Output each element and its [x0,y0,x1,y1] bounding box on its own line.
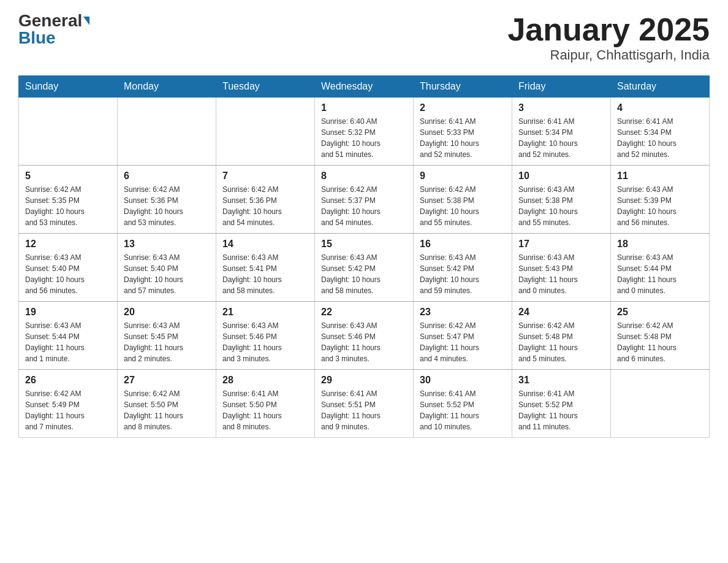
day-number: 10 [518,170,604,182]
day-cell: 26Sunrise: 6:42 AM Sunset: 5:49 PM Dayli… [19,370,118,438]
day-cell: 29Sunrise: 6:41 AM Sunset: 5:51 PM Dayli… [315,370,414,438]
day-cell: 18Sunrise: 6:43 AM Sunset: 5:44 PM Dayli… [611,234,710,302]
title-block: January 2025 Raipur, Chhattisgarh, India [507,12,710,63]
page-header: General Blue January 2025 Raipur, Chhatt… [18,12,710,63]
day-info: Sunrise: 6:41 AM Sunset: 5:33 PM Dayligh… [420,116,506,160]
day-info: Sunrise: 6:41 AM Sunset: 5:34 PM Dayligh… [617,116,703,160]
day-number: 7 [222,170,308,182]
day-cell [216,98,315,166]
day-cell: 19Sunrise: 6:43 AM Sunset: 5:44 PM Dayli… [19,302,118,370]
day-number: 30 [420,375,506,386]
day-cell: 15Sunrise: 6:43 AM Sunset: 5:42 PM Dayli… [315,234,414,302]
day-cell: 27Sunrise: 6:42 AM Sunset: 5:50 PM Dayli… [118,370,216,438]
day-info: Sunrise: 6:43 AM Sunset: 5:42 PM Dayligh… [420,252,506,296]
day-number: 18 [617,239,703,250]
logo-general-text: General [18,12,82,29]
day-cell [118,98,216,166]
day-cell: 14Sunrise: 6:43 AM Sunset: 5:41 PM Dayli… [216,234,315,302]
day-cell [611,370,710,438]
day-number: 12 [25,239,111,250]
day-number: 16 [420,239,506,250]
day-number: 3 [518,102,604,113]
day-info: Sunrise: 6:42 AM Sunset: 5:48 PM Dayligh… [518,320,604,364]
day-cell: 17Sunrise: 6:43 AM Sunset: 5:43 PM Dayli… [512,234,611,302]
day-cell: 8Sunrise: 6:42 AM Sunset: 5:37 PM Daylig… [315,166,414,234]
day-cell: 28Sunrise: 6:41 AM Sunset: 5:50 PM Dayli… [216,370,315,438]
day-info: Sunrise: 6:41 AM Sunset: 5:51 PM Dayligh… [321,388,407,432]
day-cell: 25Sunrise: 6:42 AM Sunset: 5:48 PM Dayli… [611,302,710,370]
day-info: Sunrise: 6:42 AM Sunset: 5:47 PM Dayligh… [420,320,506,364]
week-row-3: 12Sunrise: 6:43 AM Sunset: 5:40 PM Dayli… [19,234,710,302]
day-cell [19,98,118,166]
day-cell: 16Sunrise: 6:43 AM Sunset: 5:42 PM Dayli… [414,234,512,302]
day-number: 29 [321,375,407,386]
day-number: 4 [617,102,703,113]
day-info: Sunrise: 6:43 AM Sunset: 5:41 PM Dayligh… [222,252,308,296]
day-info: Sunrise: 6:40 AM Sunset: 5:32 PM Dayligh… [321,116,407,160]
week-row-1: 1Sunrise: 6:40 AM Sunset: 5:32 PM Daylig… [19,98,710,166]
weekday-header-sunday: Sunday [19,76,118,98]
day-info: Sunrise: 6:42 AM Sunset: 5:36 PM Dayligh… [222,184,308,228]
logo: General Blue [18,12,89,47]
weekday-header-friday: Friday [512,76,611,98]
day-number: 5 [25,170,111,182]
day-info: Sunrise: 6:42 AM Sunset: 5:35 PM Dayligh… [25,184,111,228]
day-info: Sunrise: 6:41 AM Sunset: 5:50 PM Dayligh… [222,388,308,432]
day-info: Sunrise: 6:43 AM Sunset: 5:44 PM Dayligh… [617,252,703,296]
day-cell: 22Sunrise: 6:43 AM Sunset: 5:46 PM Dayli… [315,302,414,370]
day-cell: 20Sunrise: 6:43 AM Sunset: 5:45 PM Dayli… [118,302,216,370]
day-number: 15 [321,239,407,250]
day-number: 1 [321,102,407,113]
weekday-header-saturday: Saturday [611,76,710,98]
day-number: 24 [518,307,604,318]
day-info: Sunrise: 6:42 AM Sunset: 5:37 PM Dayligh… [321,184,407,228]
day-cell: 13Sunrise: 6:43 AM Sunset: 5:40 PM Dayli… [118,234,216,302]
day-number: 23 [420,307,506,318]
day-number: 20 [124,307,210,318]
day-number: 31 [518,375,604,386]
logo-triangle-icon [83,17,89,25]
calendar-title: January 2025 [507,12,710,47]
day-info: Sunrise: 6:43 AM Sunset: 5:40 PM Dayligh… [124,252,210,296]
day-info: Sunrise: 6:42 AM Sunset: 5:50 PM Dayligh… [124,388,210,432]
day-info: Sunrise: 6:43 AM Sunset: 5:45 PM Dayligh… [124,320,210,364]
day-cell: 11Sunrise: 6:43 AM Sunset: 5:39 PM Dayli… [611,166,710,234]
day-number: 9 [420,170,506,182]
day-number: 14 [222,239,308,250]
day-cell: 4Sunrise: 6:41 AM Sunset: 5:34 PM Daylig… [611,98,710,166]
day-number: 28 [222,375,308,386]
calendar-table: SundayMondayTuesdayWednesdayThursdayFrid… [18,75,710,438]
day-info: Sunrise: 6:43 AM Sunset: 5:43 PM Dayligh… [518,252,604,296]
day-info: Sunrise: 6:43 AM Sunset: 5:44 PM Dayligh… [25,320,111,364]
day-cell: 9Sunrise: 6:42 AM Sunset: 5:38 PM Daylig… [414,166,512,234]
weekday-header-tuesday: Tuesday [216,76,315,98]
day-cell: 24Sunrise: 6:42 AM Sunset: 5:48 PM Dayli… [512,302,611,370]
day-info: Sunrise: 6:41 AM Sunset: 5:52 PM Dayligh… [518,388,604,432]
day-cell: 30Sunrise: 6:41 AM Sunset: 5:52 PM Dayli… [414,370,512,438]
day-number: 22 [321,307,407,318]
weekday-header-wednesday: Wednesday [315,76,414,98]
week-row-5: 26Sunrise: 6:42 AM Sunset: 5:49 PM Dayli… [19,370,710,438]
day-cell: 31Sunrise: 6:41 AM Sunset: 5:52 PM Dayli… [512,370,611,438]
day-cell: 3Sunrise: 6:41 AM Sunset: 5:34 PM Daylig… [512,98,611,166]
weekday-header-row: SundayMondayTuesdayWednesdayThursdayFrid… [19,76,710,98]
day-cell: 6Sunrise: 6:42 AM Sunset: 5:36 PM Daylig… [118,166,216,234]
day-info: Sunrise: 6:43 AM Sunset: 5:40 PM Dayligh… [25,252,111,296]
day-info: Sunrise: 6:42 AM Sunset: 5:49 PM Dayligh… [25,388,111,432]
day-number: 26 [25,375,111,386]
day-cell: 21Sunrise: 6:43 AM Sunset: 5:46 PM Dayli… [216,302,315,370]
day-info: Sunrise: 6:43 AM Sunset: 5:46 PM Dayligh… [321,320,407,364]
day-cell: 12Sunrise: 6:43 AM Sunset: 5:40 PM Dayli… [19,234,118,302]
day-number: 25 [617,307,703,318]
day-cell: 5Sunrise: 6:42 AM Sunset: 5:35 PM Daylig… [19,166,118,234]
day-number: 2 [420,102,506,113]
calendar-subtitle: Raipur, Chhattisgarh, India [507,47,710,63]
day-info: Sunrise: 6:43 AM Sunset: 5:46 PM Dayligh… [222,320,308,364]
day-info: Sunrise: 6:41 AM Sunset: 5:52 PM Dayligh… [420,388,506,432]
logo-blue-text: Blue [18,29,56,47]
day-info: Sunrise: 6:41 AM Sunset: 5:34 PM Dayligh… [518,116,604,160]
weekday-header-thursday: Thursday [414,76,512,98]
week-row-2: 5Sunrise: 6:42 AM Sunset: 5:35 PM Daylig… [19,166,710,234]
day-number: 19 [25,307,111,318]
day-number: 6 [124,170,210,182]
